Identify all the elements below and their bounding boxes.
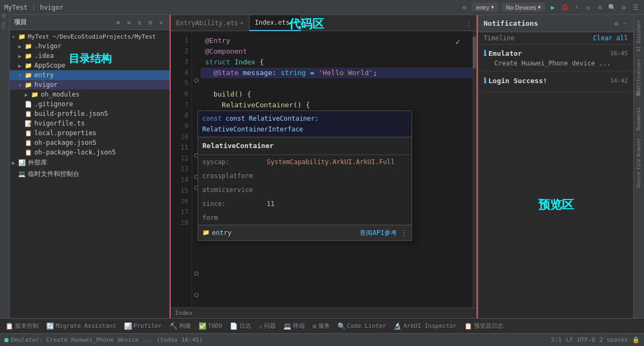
arrow-icon: ▾	[18, 82, 24, 88]
api-link[interactable]: 查阅API参考	[360, 227, 397, 238]
bt-services[interactable]: ⚙️ 服务	[309, 321, 333, 331]
app-name: MyTest	[4, 4, 27, 11]
bt-codelinter[interactable]: 🔍 Code Linter	[334, 321, 390, 331]
preview-area: 预览区	[478, 92, 633, 318]
config-icon[interactable]: ⚙	[596, 3, 604, 12]
bottom-toolbar: 📋 版本控制 🔄 Migrate Assistant 📊 Profiler 🔨 …	[0, 318, 644, 333]
json-icon: 📋	[25, 139, 32, 146]
more-icon[interactable]: ⋮	[400, 227, 407, 238]
tree-item-ohpackagelock[interactable]: ▶ 📋 oh-package-lock.json5	[10, 148, 170, 157]
tree-item-buildprofile[interactable]: ▶ 📋 build-profile.json5	[10, 109, 170, 119]
tree-root[interactable]: ▾ 📁 MyTest ~/DevEcoStudioProjects/MyTest	[10, 32, 170, 41]
run-icon[interactable]: ▶	[548, 3, 557, 12]
tree-item-gitignore[interactable]: ▶ 📄 .gitignore	[10, 99, 170, 109]
arkui-icon: 🔬	[393, 322, 401, 330]
debug-icon[interactable]: 🐞	[560, 3, 569, 12]
run-entry-button[interactable]: entry ▾	[472, 3, 498, 12]
tree-item-appscope[interactable]: ▶ 📁 AppScope	[10, 61, 170, 70]
tree-item-hvigorfile[interactable]: ▶ 📝 hvigorfile.ts	[10, 119, 170, 128]
collapse-icon[interactable]: ≡	[125, 18, 133, 27]
bt-preview-log[interactable]: 📋 预览器日志	[461, 321, 507, 331]
breakpoint-icon[interactable]	[194, 293, 199, 297]
minimize-icon[interactable]: －	[621, 19, 628, 28]
bt-migrateassistant[interactable]: 🔄 Migrate Assistant	[43, 321, 120, 331]
tree-item-externallibs[interactable]: ▶ 📊 外部库	[10, 157, 170, 168]
item-label: oh-package-lock.json5	[34, 149, 116, 156]
arrow-icon: ▶	[25, 92, 30, 98]
expand-icon[interactable]: ⇅	[135, 18, 144, 27]
bt-build[interactable]: 🔨 构建	[166, 321, 194, 331]
right-icon-structure[interactable]: 结构	[635, 97, 643, 103]
right-icon-ki[interactable]: KI Assistant	[635, 17, 642, 55]
bt-versioncontrol[interactable]: 📋 版本控制	[2, 321, 42, 331]
profile-icon[interactable]: ⚡	[572, 3, 581, 12]
add-icon[interactable]: ⊕	[114, 18, 122, 27]
left-panel-tabs: SDK开发	[0, 15, 10, 318]
check-mark: ✓	[455, 36, 460, 47]
menu-icon[interactable]: ☰	[631, 3, 640, 12]
notifications-panel: Notifications ⚙ － Timeline Clear all ℹ E…	[478, 15, 633, 318]
bt-profiler[interactable]: 📊 Profiler	[121, 321, 165, 331]
editor-menu-btn[interactable]: ⋮	[462, 19, 477, 27]
notif-item-emulator: ℹ Emulator 16:45 Create Huawei_Phone dev…	[478, 45, 633, 72]
root-label: MyTest ~/DevEcoStudioProjects/MyTest	[28, 33, 156, 40]
breakpoint-icon[interactable]	[194, 78, 199, 83]
right-icon-device-browser[interactable]: Device File Browser	[635, 135, 642, 191]
item-label: .hvigor	[34, 42, 62, 50]
code-line-3: struct Index {	[201, 57, 472, 68]
tree-item-tempfiles[interactable]: ▶ 💻 临时文件和控制台	[10, 168, 170, 180]
bt-arkui-inspector[interactable]: 🔬 ArkUI Inspector	[390, 321, 459, 331]
bt-todo[interactable]: ✅ TODO	[195, 321, 226, 331]
tree-item-ohmodules[interactable]: ▶ 📁 oh_modules	[10, 90, 170, 99]
encoding: UTF-8	[577, 336, 595, 343]
refresh-icon[interactable]: ↻	[584, 3, 592, 12]
item-label: .idea	[34, 52, 54, 60]
tree-item-idea[interactable]: ▶ 📁 .idea	[10, 51, 170, 61]
notif-item-title: ℹ Emulator	[484, 49, 522, 57]
bt-issues[interactable]: ⚠️ 问题	[255, 321, 279, 331]
tree-item-hvigor2[interactable]: ▾ 📁 hvigor	[10, 80, 170, 90]
json-icon: 📋	[25, 149, 32, 156]
codelinter-icon: 🔍	[338, 322, 346, 330]
tree-item-ohpackage[interactable]: ▶ 📋 oh-package.json5	[10, 138, 170, 148]
clear-all-btn[interactable]: Clear all	[593, 34, 628, 42]
search-icon[interactable]: 🔍	[608, 3, 616, 12]
folder-icon: 📁	[25, 82, 32, 89]
notif-header: Notifications ⚙ －	[478, 15, 633, 32]
tab-index[interactable]: Index.ets ✕	[250, 15, 301, 31]
file-tree: ▾ 📁 MyTest ~/DevEcoStudioProjects/MyTest…	[10, 30, 170, 318]
code-content[interactable]: ✓ @Entry @Component struct Index { @Stat…	[201, 31, 472, 307]
settings-icon[interactable]: ⚙️	[460, 3, 469, 12]
right-icon-bookmarks[interactable]: Bookmarks	[635, 104, 642, 134]
panel-title: 项目	[14, 18, 27, 27]
previewlog-icon: 📋	[464, 322, 472, 330]
bt-log[interactable]: 📄 日志	[226, 321, 254, 331]
lock-icon[interactable]: 🔒	[632, 336, 640, 343]
scroll-thumb[interactable]	[473, 36, 476, 69]
close-icon[interactable]: ✕	[157, 18, 165, 27]
breakpoint-icon[interactable]	[194, 271, 199, 276]
folder-icon: 📁	[25, 53, 32, 60]
arrow-icon: ▾	[18, 72, 24, 78]
settings-icon[interactable]: ⚙	[146, 18, 155, 27]
settings-icon[interactable]: ⚙	[614, 20, 618, 27]
notif-time: 16:45	[610, 50, 628, 57]
right-icon-notifications[interactable]: Notifications	[635, 56, 642, 96]
tab-entryability[interactable]: EntryAbility.ets ✕	[171, 15, 250, 31]
todo-icon: ✅	[199, 322, 207, 330]
folder-icon: 📁	[25, 43, 32, 50]
device-button[interactable]: No Devices ▾	[502, 3, 545, 12]
tree-item-hvigor[interactable]: ▶ 📁 .hvigor	[10, 41, 170, 51]
tree-item-entry[interactable]: ▾ 📁 entry	[10, 70, 170, 80]
gear-icon[interactable]: ⚙	[619, 3, 628, 12]
tab-close-icon[interactable]: ✕	[240, 20, 244, 26]
tree-item-localprops[interactable]: ▶ 📋 local.properties	[10, 128, 170, 138]
arrow-icon: ▾	[12, 34, 17, 40]
item-label: local.properties	[34, 129, 97, 137]
bt-terminal[interactable]: 💻 终端	[280, 321, 308, 331]
item-label: AppScope	[34, 62, 65, 69]
tab-close-icon[interactable]: ✕	[292, 19, 295, 25]
scrollbar[interactable]	[472, 31, 477, 307]
item-label: build-profile.json5	[34, 110, 108, 117]
title-bar: MyTest | hvigor ⚙️ entry ▾ No Devices ▾ …	[0, 0, 644, 15]
